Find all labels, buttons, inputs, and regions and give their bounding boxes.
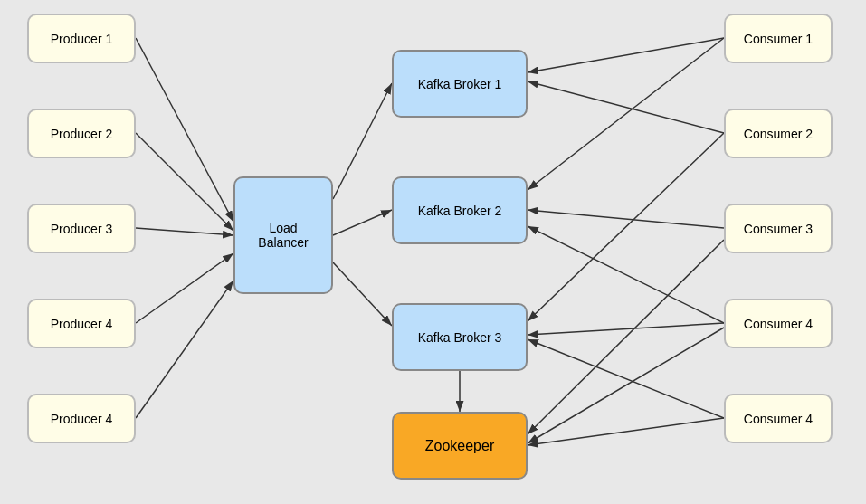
consumer-1-label: Consumer 1: [744, 32, 813, 46]
svg-line-6: [333, 83, 392, 199]
consumer-2: Consumer 2: [724, 109, 833, 158]
producer-2-label: Producer 2: [51, 127, 112, 141]
svg-line-7: [333, 210, 392, 235]
consumer-2-label: Consumer 2: [744, 127, 813, 141]
consumer-4b: Consumer 4: [724, 394, 833, 443]
producer-4a: Producer 4: [27, 299, 136, 348]
producer-2: Producer 2: [27, 109, 136, 158]
kafka-broker-3: Kafka Broker 3: [392, 303, 528, 371]
producer-1-label: Producer 1: [51, 32, 112, 46]
svg-line-5: [136, 281, 233, 418]
svg-line-18: [528, 240, 724, 434]
zookeeper-label: Zookeeper: [425, 438, 495, 454]
consumer-3-label: Consumer 3: [744, 222, 813, 236]
consumer-1: Consumer 1: [724, 14, 833, 63]
svg-line-12: [528, 226, 724, 323]
diagram: Producer 1 Producer 2 Producer 3 Produce…: [0, 0, 866, 504]
producer-3: Producer 3: [27, 204, 136, 253]
svg-line-11: [528, 210, 724, 228]
svg-line-8: [333, 262, 392, 326]
svg-line-2: [136, 133, 233, 231]
producer-4b-label: Producer 4: [51, 412, 112, 426]
producer-3-label: Producer 3: [51, 222, 112, 236]
kafka-broker-2: Kafka Broker 2: [392, 176, 528, 244]
consumer-4a: Consumer 4: [724, 299, 833, 348]
svg-line-20: [528, 418, 724, 445]
kafka-broker-2-label: Kafka Broker 2: [418, 204, 502, 218]
svg-line-9: [528, 38, 724, 72]
svg-line-13: [528, 38, 724, 190]
producer-4a-label: Producer 4: [51, 317, 112, 331]
consumer-4a-label: Consumer 4: [744, 317, 813, 331]
kafka-broker-1-label: Kafka Broker 1: [418, 77, 502, 91]
load-balancer: LoadBalancer: [233, 176, 333, 294]
load-balancer-label: LoadBalancer: [258, 221, 308, 250]
svg-line-14: [528, 133, 724, 321]
svg-line-16: [528, 323, 724, 335]
svg-line-10: [528, 81, 724, 133]
svg-line-15: [528, 339, 724, 418]
svg-line-1: [136, 38, 233, 222]
zookeeper: Zookeeper: [392, 412, 528, 480]
kafka-broker-3-label: Kafka Broker 3: [418, 330, 502, 345]
consumer-4b-label: Consumer 4: [744, 412, 813, 426]
svg-line-3: [136, 228, 233, 235]
producer-1: Producer 1: [27, 14, 136, 63]
svg-line-4: [136, 253, 233, 323]
consumer-3: Consumer 3: [724, 204, 833, 253]
kafka-broker-1: Kafka Broker 1: [392, 50, 528, 118]
producer-4b: Producer 4: [27, 394, 136, 443]
svg-line-19: [528, 328, 724, 443]
